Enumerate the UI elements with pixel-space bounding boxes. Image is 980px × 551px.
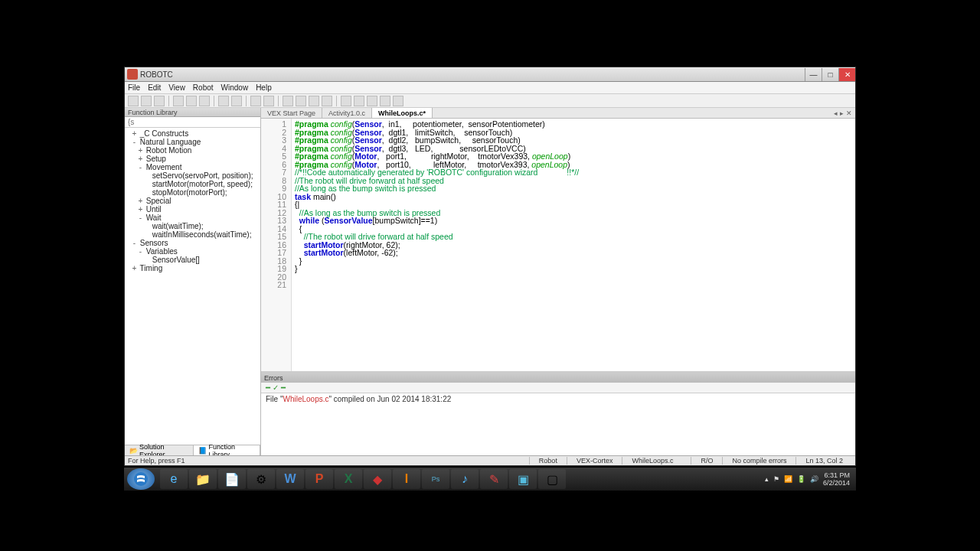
taskbar-word-icon[interactable]: W — [276, 469, 304, 489]
taskbar-notepad-icon[interactable]: 📄 — [218, 469, 246, 489]
status-help: For Help, press F1 — [128, 457, 185, 465]
toolbar — [125, 94, 855, 108]
editor-tabs: VEX Start Page Activity1.0.c WhileLoops.… — [261, 108, 855, 119]
taskbar-powerpoint-icon[interactable]: P — [305, 469, 333, 489]
errors-title: Errors — [261, 373, 855, 383]
taskbar-robotc-icon[interactable]: ◆ — [364, 469, 391, 489]
function-tree[interactable]: + _C Constructs- Natural Language+ Robot… — [125, 128, 260, 445]
tab-function-library[interactable]: 📘 Function Library — [194, 445, 260, 455]
tree-node[interactable]: + Setup — [125, 155, 260, 163]
tree-node[interactable]: waitInMilliseconds(waitTime); — [125, 230, 260, 239]
tray-clock[interactable]: 6:31 PM6/2/2014 — [823, 471, 850, 487]
status-ro: R/O — [691, 457, 722, 465]
tree-node[interactable]: - Wait — [125, 214, 260, 222]
compile-icon[interactable] — [283, 96, 293, 106]
tree-node[interactable]: + Robot Motion — [125, 146, 260, 155]
code-editor[interactable]: 123456789101112131415161718192021 #pragm… — [261, 119, 855, 371]
close-button[interactable]: ✕ — [838, 68, 855, 81]
tab-solution-explorer[interactable]: 📂 Solution Explorer — [125, 445, 194, 455]
system-tray[interactable]: ▴ ⚑ 📶 🔋 🔊 6:31 PM6/2/2014 — [765, 471, 853, 487]
menu-file[interactable]: File — [128, 83, 140, 92]
errors-panel: Errors ━ ✓ ━ File "WhileLoops.c" compile… — [261, 371, 855, 455]
stop-icon[interactable] — [367, 96, 377, 106]
status-compile: No compile errors — [722, 457, 795, 465]
taskbar-ie-icon[interactable]: e — [160, 469, 188, 489]
taskbar-app2-icon[interactable]: ▣ — [509, 469, 537, 489]
find-icon[interactable] — [250, 96, 261, 106]
tree-node[interactable]: - Sensors — [125, 239, 260, 247]
taskbar-app-icon[interactable]: ⚙ — [247, 469, 275, 489]
redo-icon[interactable] — [231, 96, 242, 106]
sidebar: Function Library {s + _C Constructs- Nat… — [125, 108, 261, 455]
menu-view[interactable]: View — [168, 83, 185, 92]
cut-icon[interactable] — [173, 96, 184, 106]
titlebar[interactable]: ROBOTC — □ ✕ — [125, 67, 855, 82]
paste-icon[interactable] — [199, 96, 210, 106]
tree-node[interactable]: wait(waitTime); — [125, 222, 260, 230]
tray-volume-icon[interactable]: 🔊 — [810, 475, 818, 483]
tab-close-icon[interactable]: ✕ — [846, 109, 852, 117]
new-icon[interactable] — [128, 96, 139, 106]
taskbar-itunes-icon[interactable]: ♪ — [451, 469, 479, 489]
step-icon[interactable] — [341, 96, 351, 106]
taskbar-app3-icon[interactable]: ▢ — [538, 469, 566, 489]
tab-nav-left-icon[interactable]: ◂ — [834, 109, 838, 117]
check-icon[interactable]: ━ ✓ ━ — [266, 383, 286, 392]
sidebar-search[interactable]: {s — [125, 117, 260, 128]
debug-icon[interactable] — [380, 96, 390, 106]
tree-node[interactable]: + Special — [125, 197, 260, 205]
menu-window[interactable]: Window — [221, 83, 249, 92]
menu-help[interactable]: Help — [256, 83, 272, 92]
save-icon[interactable] — [154, 96, 165, 106]
app-icon — [127, 69, 138, 80]
tray-up-icon[interactable]: ▴ — [765, 475, 769, 483]
tree-node[interactable]: - Movement — [125, 163, 260, 171]
errors-toolbar: ━ ✓ ━ — [261, 383, 855, 393]
sidebar-title: Function Library — [125, 108, 260, 117]
maximize-button[interactable]: □ — [822, 68, 838, 81]
line-gutter: 123456789101112131415161718192021 — [261, 119, 292, 371]
indent-left-icon[interactable] — [309, 96, 319, 106]
indent-right-icon[interactable] — [322, 96, 332, 106]
tree-node[interactable]: stopMotor(motorPort); — [125, 188, 260, 197]
bookmark-icon[interactable] — [263, 96, 274, 106]
errors-message: File "WhileLoops.c" compiled on Jun 02 2… — [261, 393, 855, 455]
tray-network-icon[interactable]: 📶 — [784, 475, 792, 483]
status-platform: VEX-Cortex — [567, 457, 622, 465]
tree-node[interactable]: + Timing — [125, 264, 260, 272]
tab-nav-right-icon[interactable]: ▸ — [840, 109, 844, 117]
statusbar: For Help, press F1 Robot VEX-Cortex Whil… — [125, 455, 855, 465]
tree-node[interactable]: SensorValue[] — [125, 256, 260, 264]
code-content[interactable]: #pragma config(Sensor, in1, potentiomete… — [292, 119, 855, 371]
tree-node[interactable]: setServo(servoPort, position); — [125, 171, 260, 180]
taskbar-explorer-icon[interactable]: 📁 — [189, 469, 217, 489]
tray-power-icon[interactable]: 🔋 — [797, 475, 805, 483]
download-icon[interactable] — [296, 96, 306, 106]
status-file: WhileLoops.c — [622, 457, 691, 465]
undo-icon[interactable] — [218, 96, 229, 106]
tray-flag-icon[interactable]: ⚑ — [773, 475, 779, 483]
open-icon[interactable] — [141, 96, 152, 106]
copy-icon[interactable] — [186, 96, 197, 106]
refresh-icon[interactable] — [393, 96, 403, 106]
taskbar-sketchup-icon[interactable]: ✎ — [480, 469, 508, 489]
tab-whileloops[interactable]: WhileLoops.c* — [372, 108, 433, 118]
status-robot: Robot — [529, 457, 567, 465]
taskbar-photoshop-icon[interactable]: Ps — [422, 469, 449, 489]
window-title: ROBOTC — [140, 70, 173, 79]
taskbar-excel-icon[interactable]: X — [335, 469, 362, 489]
status-position: Ln 13, Col 2 — [795, 457, 852, 465]
tree-node[interactable]: + Until — [125, 205, 260, 214]
tab-activity[interactable]: Activity1.0.c — [322, 108, 372, 118]
menu-edit[interactable]: Edit — [148, 83, 161, 92]
start-button[interactable] — [127, 468, 155, 490]
minimize-button[interactable]: — — [805, 68, 822, 81]
tree-node[interactable]: startMotor(motorPort, speed); — [125, 180, 260, 188]
taskbar-inventor-icon[interactable]: I — [393, 469, 420, 489]
tree-node[interactable]: + _C Constructs — [125, 129, 260, 138]
tree-node[interactable]: - Variables — [125, 247, 260, 256]
tab-vex-start[interactable]: VEX Start Page — [261, 108, 322, 118]
tree-node[interactable]: - Natural Language — [125, 138, 260, 146]
menu-robot[interactable]: Robot — [193, 83, 214, 92]
run-icon[interactable] — [354, 96, 364, 106]
